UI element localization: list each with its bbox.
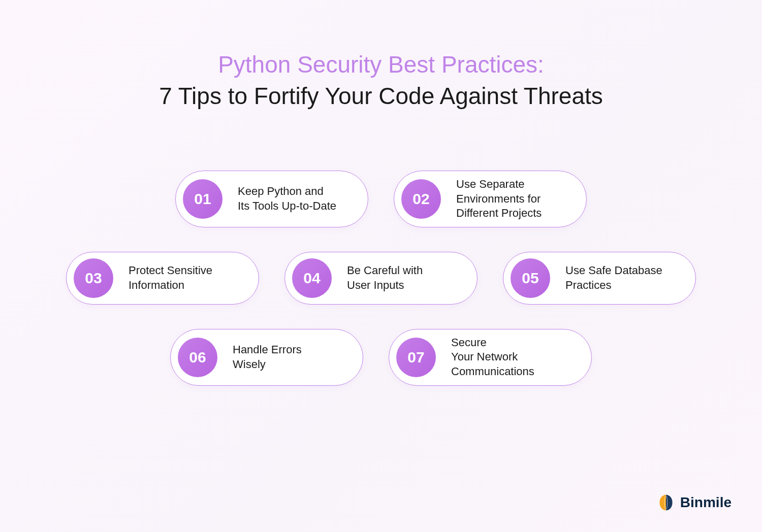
number-circle: 06 <box>178 338 217 377</box>
tip-number: 07 <box>407 349 424 366</box>
tip-text: Use Safe DatabasePractices <box>565 263 662 292</box>
tips-container: 01 Keep Python andIts Tools Up-to-Date 0… <box>0 171 762 386</box>
tip-text: Keep Python andIts Tools Up-to-Date <box>238 184 336 213</box>
binmile-logo-icon <box>657 493 675 512</box>
tip-card-03: 03 Protect SensitiveInformation <box>66 252 259 305</box>
tip-number: 05 <box>522 270 538 287</box>
tip-text: Handle ErrorsWisely <box>233 343 302 372</box>
tip-number: 04 <box>303 270 320 287</box>
tip-text: Protect SensitiveInformation <box>129 263 212 292</box>
number-circle: 05 <box>511 258 550 298</box>
tip-number: 06 <box>189 349 206 366</box>
tip-card-04: 04 Be Careful withUser Inputs <box>284 252 478 305</box>
tip-card-05: 05 Use Safe DatabasePractices <box>503 252 696 305</box>
tip-number: 01 <box>194 190 211 208</box>
tip-card-01: 01 Keep Python andIts Tools Up-to-Date <box>175 171 368 227</box>
tips-row-3: 06 Handle ErrorsWisely 07 SecureYour Net… <box>0 329 762 386</box>
number-circle: 02 <box>401 179 441 219</box>
tip-card-02: 02 Use SeparateEnvironments forDifferent… <box>394 171 587 227</box>
tips-row-2: 03 Protect SensitiveInformation 04 Be Ca… <box>0 252 762 305</box>
title-line-1: Python Security Best Practices: <box>0 51 762 78</box>
tip-text: Be Careful withUser Inputs <box>347 263 423 292</box>
tip-text: SecureYour NetworkCommunications <box>451 336 534 379</box>
tip-card-06: 06 Handle ErrorsWisely <box>170 329 363 386</box>
tip-text: Use SeparateEnvironments forDifferent Pr… <box>456 177 542 221</box>
number-circle: 04 <box>292 258 332 298</box>
number-circle: 01 <box>183 179 223 219</box>
tip-number: 03 <box>85 270 102 287</box>
header: Python Security Best Practices: 7 Tips t… <box>0 0 762 110</box>
tip-number: 02 <box>412 190 429 208</box>
title-line-2: 7 Tips to Fortify Your Code Against Thre… <box>0 82 762 110</box>
brand-logo-text: Binmile <box>680 494 732 511</box>
number-circle: 03 <box>74 258 113 298</box>
tip-card-07: 07 SecureYour NetworkCommunications <box>389 329 592 386</box>
tips-row-1: 01 Keep Python andIts Tools Up-to-Date 0… <box>0 171 762 227</box>
number-circle: 07 <box>396 338 436 377</box>
brand-logo: Binmile <box>657 493 732 512</box>
